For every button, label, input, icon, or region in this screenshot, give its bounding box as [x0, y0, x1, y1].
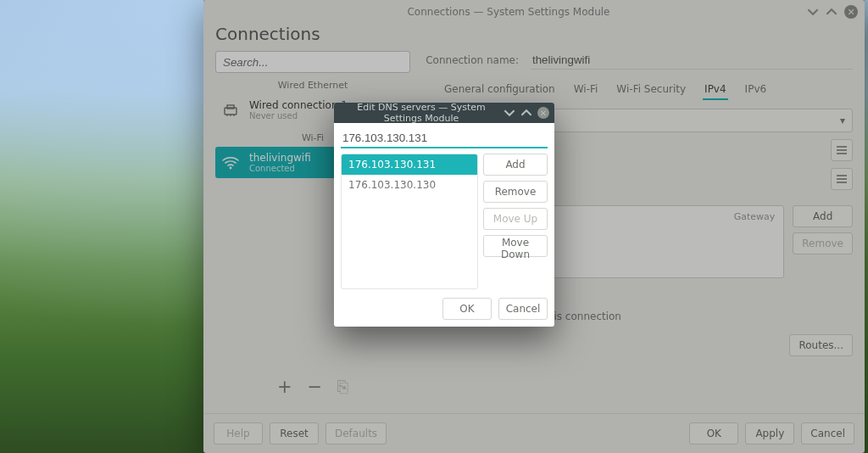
modal-close-icon[interactable]: ✕ [537, 107, 549, 119]
modal-minimize-icon[interactable] [504, 107, 515, 119]
modal-cancel-button[interactable]: Cancel [498, 298, 548, 320]
dns-remove-button[interactable]: Remove [483, 181, 548, 203]
edit-dns-modal: Edit DNS servers — System Settings Modul… [334, 103, 554, 327]
modal-title: Edit DNS servers — System Settings Modul… [339, 102, 504, 124]
modal-ok-button[interactable]: OK [442, 298, 492, 320]
dns-move-up-button[interactable]: Move Up [483, 208, 548, 230]
dns-list-item[interactable]: 176.103.130.131 [342, 154, 477, 175]
dns-list-item[interactable]: 176.103.130.130 [342, 175, 477, 195]
dns-move-down-button[interactable]: Move Down [483, 235, 548, 257]
modal-maximize-icon[interactable] [520, 107, 532, 119]
dns-entry-input[interactable] [341, 128, 548, 148]
dns-add-button[interactable]: Add [483, 154, 548, 176]
modal-titlebar: Edit DNS servers — System Settings Modul… [334, 103, 554, 123]
dns-list[interactable]: 176.103.130.131 176.103.130.130 [341, 154, 478, 289]
